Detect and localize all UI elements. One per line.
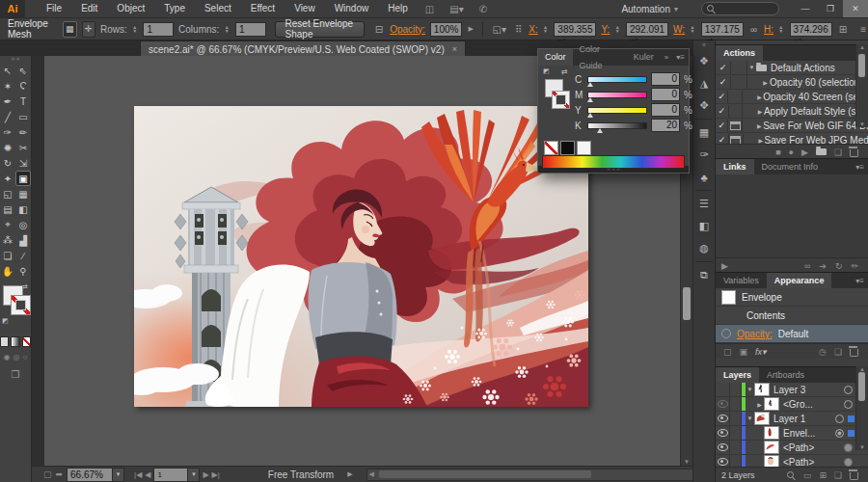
- lock-cell[interactable]: [730, 426, 742, 440]
- new-fill-icon[interactable]: ▣: [740, 347, 748, 357]
- y-link[interactable]: Y:: [601, 24, 610, 35]
- show-link-info-icon[interactable]: ▶: [721, 261, 728, 271]
- slider-thumb[interactable]: [597, 128, 603, 133]
- color-spectrum-bar[interactable]: [542, 155, 685, 169]
- rectangle-tool[interactable]: ▭: [15, 109, 31, 124]
- dialog-toggle-cell[interactable]: [729, 104, 744, 118]
- expand-panels-icon[interactable]: «: [693, 40, 715, 50]
- scroll-left-icon[interactable]: ◀: [369, 469, 374, 479]
- expand-icon[interactable]: ▶: [761, 79, 770, 86]
- layer-name[interactable]: <Gro...: [783, 399, 844, 410]
- target-icon[interactable]: [835, 429, 844, 438]
- menu-edit[interactable]: Edit: [71, 0, 107, 17]
- dialog-toggle-cell[interactable]: [729, 133, 744, 144]
- collapse-panel-icon[interactable]: »: [661, 53, 672, 62]
- gradient-mode-button[interactable]: [11, 336, 19, 347]
- y-stepper[interactable]: ▲▼: [614, 25, 620, 33]
- swatches-icon[interactable]: ▦: [693, 121, 715, 144]
- scissors-tool[interactable]: ✂: [15, 140, 31, 155]
- layer-row[interactable]: ▶<Gro...: [716, 397, 868, 412]
- lasso-tool[interactable]: Ϛ: [15, 78, 31, 94]
- appearance-row-envelope[interactable]: Envelope: [716, 288, 868, 307]
- draw-behind-icon[interactable]: ◎: [14, 353, 20, 362]
- new-set-folder-icon[interactable]: [816, 148, 827, 155]
- envelope-options-icon[interactable]: ⊟: [373, 24, 385, 35]
- link-dimensions-icon[interactable]: ∞: [748, 24, 759, 35]
- dialog-toggle-cell[interactable]: [731, 75, 747, 89]
- rotate-tool[interactable]: ↻: [0, 155, 15, 171]
- zoom-tool[interactable]: ⚲: [15, 263, 31, 279]
- menu-window[interactable]: Window: [325, 0, 379, 17]
- action-row[interactable]: ✓▼Default Actions: [716, 61, 868, 75]
- target-icon[interactable]: [844, 458, 853, 467]
- action-row[interactable]: ✓▶Apply Default Style (selecti...: [716, 104, 868, 119]
- magic-wand-tool[interactable]: ✶: [0, 78, 15, 94]
- black-swatch[interactable]: [560, 141, 575, 155]
- selection-tool[interactable]: ↖: [0, 63, 15, 78]
- column-graph-tool[interactable]: ▟: [15, 232, 31, 248]
- edit-contents-button[interactable]: ✛: [82, 21, 96, 38]
- dialog-toggle-cell[interactable]: [731, 61, 747, 74]
- pen-tool[interactable]: ✒: [0, 94, 15, 109]
- toggle-item-check[interactable]: ✓: [716, 120, 728, 132]
- lock-cell[interactable]: [730, 455, 742, 467]
- tab-color[interactable]: Color: [538, 49, 573, 66]
- new-action-icon[interactable]: ❏: [834, 147, 842, 157]
- opacity-input[interactable]: 100%: [430, 22, 463, 37]
- restore-button[interactable]: ❐: [818, 0, 843, 17]
- edit-original-icon[interactable]: ✏: [851, 261, 858, 271]
- layer-name[interactable]: Envel...: [783, 428, 835, 439]
- m-value-input[interactable]: 0: [651, 88, 680, 101]
- menu-object[interactable]: Object: [107, 0, 154, 17]
- none-swatch[interactable]: [544, 141, 558, 155]
- reference-point-icon[interactable]: ◱▾: [491, 24, 508, 35]
- k-slider[interactable]: [587, 122, 647, 129]
- x-link[interactable]: X:: [529, 24, 537, 35]
- blob-brush-tool[interactable]: ✺: [0, 140, 15, 155]
- width-tool[interactable]: ✦: [0, 171, 15, 186]
- slice-tool[interactable]: ∕: [15, 248, 31, 263]
- toggle-item-check[interactable]: ✓: [716, 91, 728, 103]
- dialog-toggle-icon[interactable]: [730, 121, 741, 130]
- arrange-documents-icon[interactable]: ▤▾: [442, 4, 471, 14]
- visibility-cell[interactable]: [716, 412, 730, 425]
- export-icon[interactable]: ➦: [56, 469, 64, 479]
- h-link[interactable]: H:: [764, 24, 773, 35]
- type-tool[interactable]: T: [15, 94, 31, 109]
- mesh-mode-button[interactable]: ▦: [63, 21, 77, 38]
- next-artboard-icon[interactable]: ▶: [203, 470, 208, 479]
- horizontal-scrollbar[interactable]: ◀ ▶: [366, 469, 713, 481]
- color-themes-icon[interactable]: ✥: [693, 94, 715, 117]
- locate-object-icon[interactable]: [787, 470, 796, 480]
- target-icon[interactable]: [844, 443, 853, 452]
- zoom-level-input[interactable]: 66.67%: [67, 468, 113, 482]
- status-flyout-icon[interactable]: ▶: [347, 470, 352, 478]
- lock-cell[interactable]: [730, 412, 742, 425]
- direct-selection-tool[interactable]: ⇖: [15, 63, 31, 78]
- white-swatch[interactable]: [577, 141, 591, 155]
- tab-links[interactable]: Links: [716, 159, 754, 174]
- menu-select[interactable]: Select: [195, 0, 241, 17]
- action-row[interactable]: ✓▶Save For Web GIF 64 Dithe...: [716, 119, 868, 133]
- scroll-down-icon[interactable]: ▼: [681, 459, 692, 465]
- lock-cell[interactable]: [730, 441, 742, 454]
- slider-thumb[interactable]: [587, 97, 593, 102]
- gradient-icon[interactable]: ◧: [693, 215, 715, 237]
- x-input[interactable]: 389.355 pt: [554, 22, 596, 37]
- blend-tool[interactable]: ◎: [15, 217, 31, 232]
- first-artboard-icon[interactable]: |◀: [134, 470, 142, 479]
- dialog-toggle-cell[interactable]: [728, 90, 742, 103]
- clipping-mask-icon[interactable]: ▭: [803, 470, 812, 480]
- stroke-color-swatch[interactable]: [552, 91, 570, 109]
- panel-menu-icon[interactable]: ▾≡: [855, 277, 868, 285]
- visibility-cell[interactable]: [716, 426, 730, 440]
- hand-tool[interactable]: ✋: [0, 263, 15, 279]
- y-slider[interactable]: [587, 107, 647, 114]
- expand-icon[interactable]: ▶: [756, 94, 763, 100]
- artboard-number-input[interactable]: 1: [153, 468, 188, 482]
- actions-scrollbar[interactable]: ▲ ▼: [855, 44, 868, 127]
- lock-cell[interactable]: [730, 383, 742, 396]
- clear-appearance-icon[interactable]: ◷: [819, 347, 827, 357]
- tab-appearance[interactable]: Appearance: [767, 273, 832, 288]
- eyedropper-tool[interactable]: ⌖: [0, 217, 15, 232]
